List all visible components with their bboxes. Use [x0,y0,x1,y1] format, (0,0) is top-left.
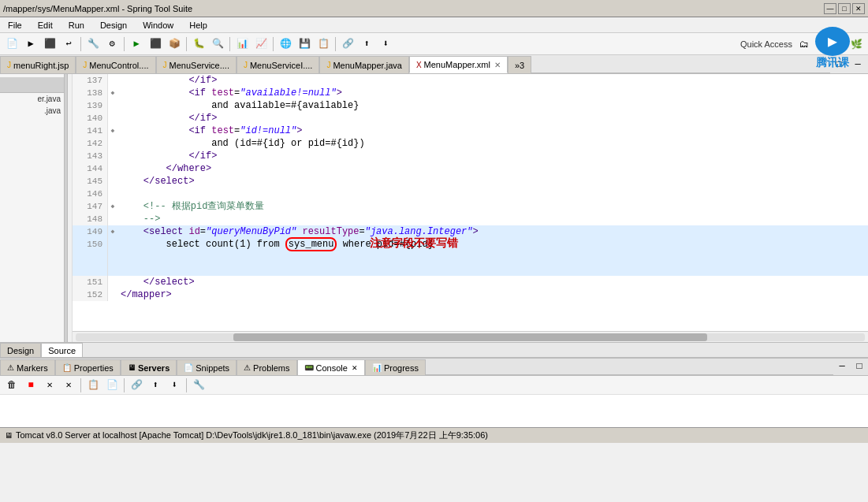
tab-progress[interactable]: 📊 Progress [365,359,426,375]
tab-menumapper-java[interactable]: J MenuMapper.java [319,56,408,73]
console-disconnect[interactable]: ✕ [41,377,58,394]
left-sidebar: er.java .java [0,74,65,342]
console-close[interactable]: ✕ [60,377,77,394]
toolbar-btn-11[interactable]: 🔍 [209,35,226,53]
line-num-152: 152 [73,288,108,301]
tab-snippets[interactable]: 📄 Snippets [177,359,237,375]
toolbar-btn-6[interactable]: ⚙ [103,35,121,53]
tab-menuservicei[interactable]: J MenuServiceI.... [237,56,319,73]
watermark-text: 腾讯课 [816,56,849,70]
bottom-tabs: ⚠ Markers 📋 Properties 🖥 Servers 📄 Snipp… [0,359,868,376]
minimize-button[interactable]: — [824,3,836,14]
menu-help[interactable]: Help [184,19,212,32]
toolbar-btn-13[interactable]: 📈 [252,35,270,53]
console-btn-2[interactable]: 📄 [103,377,121,394]
toolbar-btn-5[interactable]: 🔧 [84,35,102,53]
tab-menuservice[interactable]: J MenuService.... [156,56,237,73]
toolbar-btn-14[interactable]: 🌐 [277,35,294,53]
close-button[interactable]: ✕ [852,3,865,14]
bottom-panel-min[interactable]: □ [851,358,868,375]
toolbar-btn-16[interactable]: 📋 [315,35,332,53]
toolbar-btn-9[interactable]: 📦 [166,35,183,53]
new-button[interactable]: 📄 [3,35,20,53]
toolbar-btn-19[interactable]: ⬇ [377,35,394,53]
tab-menumapper-xml[interactable]: X MenuMapper.xml ✕ [409,56,508,73]
sidebar-item-java[interactable]: .java [0,105,64,117]
line-content-139: and available=#{available} [117,99,359,112]
line-marker-151 [108,276,117,288]
source-tab[interactable]: Source [41,343,83,357]
line-num-141: 141 [73,125,108,137]
code-line-152: 152 </mapper> [73,288,868,301]
tab-menucontrol[interactable]: J MenuControl.... [76,56,155,73]
tab-console[interactable]: 📟 Console ✕ [297,359,365,375]
sidebar-label-java: .java [44,106,61,115]
console-tab-close[interactable]: ✕ [352,364,358,372]
menu-window[interactable]: Window [138,19,178,32]
toolbar-sep-3 [186,37,187,51]
toolbar-btn-18[interactable]: ⬆ [358,35,375,53]
toolbar-btn-10[interactable]: 🐛 [190,35,207,53]
toolbar-btn-12[interactable]: 📊 [233,35,251,53]
line-marker-146 [108,188,117,200]
tab-label-overflow: »3 [515,61,524,70]
toolbar-btn-2[interactable]: ▶ [22,35,39,53]
console-btn-5[interactable]: ⬇ [166,377,183,394]
design-tab[interactable]: Design [0,343,41,357]
toolbar-btn-17[interactable]: 🔗 [339,35,356,53]
menu-run[interactable]: Run [64,19,89,32]
line-marker-142 [108,137,117,150]
tab-icon-menuright: J [7,61,11,69]
editor-tabs: J menuRight.jsp J MenuControl.... J Menu… [0,55,868,74]
snippets-icon: 📄 [184,363,193,372]
line-content-146 [117,188,121,200]
horizontal-scrollbar[interactable] [73,331,868,342]
tab-properties[interactable]: 📋 Properties [55,359,121,375]
status-bar: 🖥 Tomcat v8.0 Server at localhost [Apach… [0,427,868,443]
tab-markers[interactable]: ⚠ Markers [0,359,55,375]
tab-label-menumapper-java: MenuMapper.java [333,61,401,70]
run-button[interactable]: ▶ [128,35,145,53]
tab-close-menumapper-xml[interactable]: ✕ [494,61,501,69]
toolbar-sep-6 [335,37,336,51]
title-buttons[interactable]: — □ ✕ [824,3,865,14]
console-clear[interactable]: 🗑 [3,377,20,394]
console-btn-1[interactable]: 📋 [84,377,102,394]
line-num-137: 137 [73,74,108,87]
menu-design[interactable]: Design [95,19,132,32]
tab-label-servers: Servers [138,363,170,373]
toolbar-btn-15[interactable]: 💾 [296,35,313,53]
line-content-140: </if> [117,112,217,125]
maximize-button[interactable]: □ [838,3,851,14]
bottom-panel-collapse[interactable]: — [833,358,851,375]
line-num-149: 149 [73,225,108,238]
line-marker-149: ◆ [108,225,117,238]
toolbar-btn-8[interactable]: ⬛ [147,35,164,53]
tab-overflow[interactable]: »3 [508,56,531,73]
code-line-144: 144 </where> [73,162,868,175]
scroll-thumb[interactable] [233,333,707,341]
toolbar-btn-4[interactable]: ↩ [60,35,77,53]
toolbar-btn-3[interactable]: ⬛ [41,35,58,53]
tab-label-problems: Problems [253,363,289,373]
tab-problems[interactable]: ⚠ Problems [237,359,296,375]
line-content-148: --> [117,213,160,225]
code-area[interactable]: 137 </if> 138 ◆ <if test="available!=nul… [73,74,868,342]
console-btn-4[interactable]: ⬆ [147,377,164,394]
left-scroll-area [68,74,73,342]
sidebar-label-erjava: er.java [38,95,61,103]
tab-menuright[interactable]: J menuRight.jsp [0,56,76,73]
tab-servers[interactable]: 🖥 Servers [121,359,177,375]
console-stop[interactable]: ■ [22,377,39,394]
tab-label-snippets: Snippets [196,363,229,373]
console-btn-3[interactable]: 🔗 [128,377,145,394]
sidebar-item-erjava[interactable]: er.java [0,93,64,105]
tab-label-menucontrol: MenuControl.... [89,61,148,70]
menu-file[interactable]: File [3,19,27,32]
line-marker-144 [108,162,117,175]
console-btn-6[interactable]: 🔧 [190,377,207,394]
menu-edit[interactable]: Edit [33,19,58,32]
tab-label-menumapper-xml: MenuMapper.xml [424,60,490,69]
line-content-137: </if> [117,74,217,87]
scroll-track [76,333,865,341]
